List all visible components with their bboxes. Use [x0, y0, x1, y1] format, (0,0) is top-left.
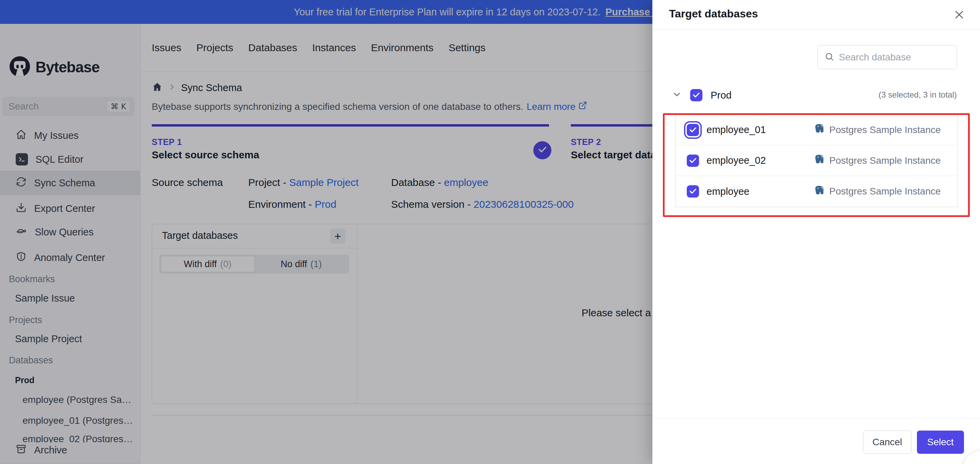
instance-info: Postgres Sample Instance	[814, 185, 941, 198]
drawer-title: Target databases	[669, 8, 758, 20]
instance-name: Postgres Sample Instance	[829, 124, 941, 136]
bytebase-app: Your free trial for Enterprise Plan will…	[0, 0, 980, 464]
instance-name: Postgres Sample Instance	[829, 186, 941, 197]
instance-info: Postgres Sample Instance	[814, 123, 941, 137]
drawer-footer-divider	[653, 418, 980, 418]
database-row-employee[interactable]: employee Postgres Sample Instance	[676, 176, 958, 207]
postgres-icon	[814, 154, 825, 167]
employee-checkbox[interactable]	[687, 185, 699, 198]
database-name: employee_01	[706, 124, 814, 136]
drawer-header-divider	[653, 29, 980, 30]
database-name: employee_02	[706, 155, 814, 166]
help-bubble[interactable]	[962, 450, 980, 464]
database-row-employee-02[interactable]: employee_02 Postgres Sample Instance	[676, 145, 958, 176]
employee-01-checkbox[interactable]	[687, 124, 699, 136]
selection-summary: (3 selected, 3 in total)	[879, 90, 957, 100]
close-icon[interactable]	[953, 9, 965, 22]
database-row-employee-01[interactable]: employee_01 Postgres Sample Instance	[676, 115, 958, 145]
prod-group-checkbox[interactable]	[690, 89, 702, 101]
prod-group-label: Prod	[711, 90, 732, 101]
database-search-box[interactable]	[817, 45, 957, 69]
instance-info: Postgres Sample Instance	[814, 154, 941, 167]
database-name: employee	[706, 186, 814, 197]
employee-02-checkbox[interactable]	[687, 155, 699, 167]
postgres-icon	[814, 185, 825, 198]
instance-name: Postgres Sample Instance	[829, 155, 941, 166]
environment-group-row[interactable]: Prod	[672, 85, 732, 105]
database-list: employee_01 Postgres Sample Instance emp…	[676, 114, 958, 207]
chevron-down-icon[interactable]	[672, 89, 682, 101]
postgres-icon	[814, 123, 825, 137]
database-search-input[interactable]	[839, 52, 957, 63]
target-databases-drawer: Target databases Prod (3 selected, 3 in …	[652, 0, 980, 464]
search-icon	[824, 52, 834, 63]
cancel-button[interactable]: Cancel	[863, 431, 912, 454]
select-button[interactable]: Select	[917, 431, 964, 454]
